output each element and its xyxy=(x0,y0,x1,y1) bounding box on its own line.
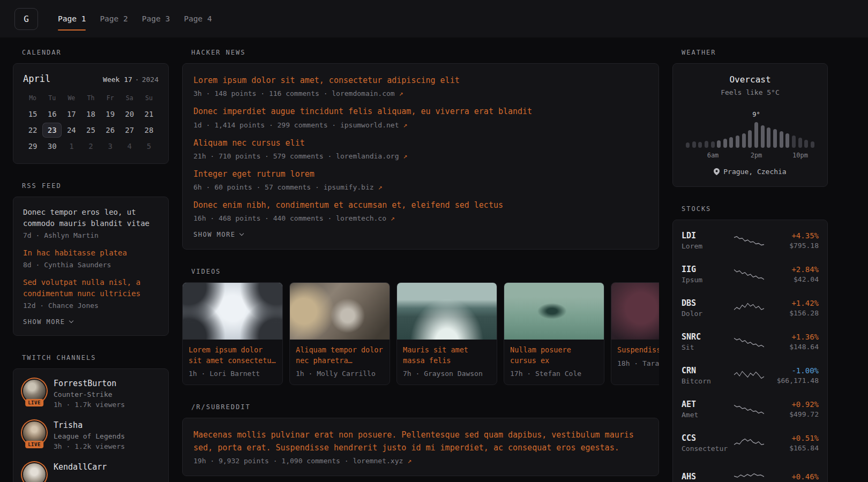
stock-row[interactable]: AETAmet+0.92%$499.72 xyxy=(682,392,819,426)
calendar-day[interactable]: 29 xyxy=(23,139,42,154)
app-logo[interactable]: G xyxy=(14,8,38,30)
calendar-day[interactable]: 30 xyxy=(42,139,62,154)
channel-info: ForrestBurtonCounter-Strike1h · 1.7k vie… xyxy=(54,379,125,409)
stock-row[interactable]: AHS+0.46% xyxy=(682,460,819,482)
video-title[interactable]: Nullam posuere cursus ex xyxy=(504,340,604,366)
weather-bar xyxy=(798,138,802,148)
calendar-day[interactable]: 18 xyxy=(81,107,100,122)
weather-bar xyxy=(785,133,789,148)
weather-bar xyxy=(692,141,696,148)
twitch-channel[interactable]: KendallCarr xyxy=(23,462,159,482)
tab-page-2[interactable]: Page 2 xyxy=(93,0,134,37)
stock-row[interactable]: CCSConsectetur+0.51%$165.84 xyxy=(682,426,819,460)
stock-value-block: +1.42%$156.28 xyxy=(769,299,819,317)
tab-page-1[interactable]: Page 1 xyxy=(51,0,93,37)
channel-name[interactable]: KendallCarr xyxy=(54,462,107,472)
stock-price: $42.04 xyxy=(769,275,819,283)
calendar-day[interactable]: 27 xyxy=(120,123,139,138)
rss-item: Donec tempor eros leo, ut commodo mauris… xyxy=(23,207,159,239)
calendar-day[interactable]: 26 xyxy=(101,123,120,138)
calendar-day[interactable]: 16 xyxy=(42,107,62,122)
stock-row[interactable]: SNRCSit+1.36%$148.64 xyxy=(682,325,819,358)
rss-item-title[interactable]: Donec tempor eros leo, ut commodo mauris… xyxy=(23,207,159,229)
calendar-day-header: Tu xyxy=(42,91,62,106)
calendar-day[interactable]: 4 xyxy=(120,139,139,154)
calendar-day[interactable]: 2 xyxy=(81,139,100,154)
calendar-day[interactable]: 24 xyxy=(62,123,81,138)
stock-value-block: +0.92%$499.72 xyxy=(769,400,819,418)
video-thumbnail[interactable] xyxy=(504,283,604,340)
calendar-month: April xyxy=(23,73,50,84)
rss-item-title[interactable]: In hac habitasse platea xyxy=(23,247,159,259)
twitch-channel[interactable]: LIVEForrestBurtonCounter-Strike1h · 1.7k… xyxy=(23,379,159,409)
calendar-day[interactable]: 19 xyxy=(101,107,120,122)
calendar-header: April Week 17·2024 xyxy=(23,73,159,84)
calendar-day[interactable]: 17 xyxy=(62,107,81,122)
weather-time-axis: 6am2pm10pm xyxy=(686,152,814,160)
calendar-day[interactable]: 25 xyxy=(81,123,100,138)
video-title[interactable]: Suspendisse diam xyxy=(611,340,659,356)
stock-value-block: -1.00%$66,171.48 xyxy=(769,366,819,385)
video-card[interactable]: Nullam posuere cursus ex17h · Stefan Col… xyxy=(504,282,604,385)
sparkline-chart xyxy=(734,233,764,248)
video-title[interactable]: Lorem ipsum dolor sit amet consectetu… xyxy=(183,340,282,366)
hn-title[interactable]: Donec enim nibh, condimentum et accumsan… xyxy=(193,199,648,212)
video-thumbnail[interactable] xyxy=(290,283,390,340)
videos-section-label: VIDEOS xyxy=(191,268,659,275)
stock-symbol-block: SNRCSit xyxy=(682,332,729,351)
calendar-day[interactable]: 21 xyxy=(139,107,159,122)
calendar-day[interactable]: 5 xyxy=(139,139,159,154)
calendar-day[interactable]: 28 xyxy=(139,123,159,138)
hn-meta: 6h · 60 points · 57 comments · ipsumify.… xyxy=(193,183,648,191)
tab-page-4[interactable]: Page 4 xyxy=(177,0,219,37)
calendar-day[interactable]: 1 xyxy=(62,139,81,154)
stock-value-block: +0.51%$165.84 xyxy=(769,434,819,452)
stock-symbol-block: AHS xyxy=(682,472,729,481)
stock-row[interactable]: LDILorem+4.35%$795.18 xyxy=(682,223,819,257)
stock-row[interactable]: DBSDolor+1.42%$156.28 xyxy=(682,291,819,325)
stock-symbol-block: IIGIpsum xyxy=(682,265,729,284)
stock-price: $165.84 xyxy=(769,444,819,452)
calendar-day[interactable]: 3 xyxy=(101,139,120,154)
subreddit-section-label: /R/SUBREDDIT xyxy=(191,403,659,411)
channel-name[interactable]: Trisha xyxy=(54,420,125,430)
stock-row[interactable]: CRNBitcorn-1.00%$66,171.48 xyxy=(682,358,819,392)
channel-name[interactable]: ForrestBurton xyxy=(54,379,125,388)
avatar-image xyxy=(23,463,46,482)
twitch-channels-widget: LIVEForrestBurtonCounter-Strike1h · 1.7k… xyxy=(13,368,169,482)
video-card[interactable]: Suspendisse diam18h · Tara xyxy=(611,282,659,385)
video-thumbnail[interactable] xyxy=(397,283,497,340)
video-card[interactable]: Aliquam tempor dolor nec pharetra…1h · M… xyxy=(289,282,390,385)
rss-item-title[interactable]: Sed volutpat nulla nisl, a condimentum n… xyxy=(23,277,159,299)
external-link-icon: ↗ xyxy=(403,121,407,129)
tab-page-3[interactable]: Page 3 xyxy=(135,0,177,37)
stock-ticker: SNRC xyxy=(682,332,729,342)
hn-show-more-button[interactable]: SHOW MORE xyxy=(193,231,648,238)
rss-feed-widget: Donec tempor eros leo, ut commodo mauris… xyxy=(13,197,169,336)
video-title[interactable]: Mauris sit amet massa felis xyxy=(397,340,497,366)
hn-title[interactable]: Aliquam nec cursus elit xyxy=(193,137,648,149)
subreddit-title[interactable]: Maecenas mollis pulvinar erat non posuer… xyxy=(193,429,648,454)
video-card[interactable]: Lorem ipsum dolor sit amet consectetu…1h… xyxy=(182,282,283,385)
hn-title[interactable]: Integer eget rutrum lorem xyxy=(193,168,648,180)
channel-info: TrishaLeague of Legends3h · 1.2k viewers xyxy=(54,420,125,450)
twitch-channel[interactable]: LIVETrishaLeague of Legends3h · 1.2k vie… xyxy=(23,420,159,450)
video-thumbnail[interactable] xyxy=(183,283,282,340)
video-card[interactable]: Mauris sit amet massa felis7h · Grayson … xyxy=(396,282,497,385)
page-tabs: Page 1Page 2Page 3Page 4 xyxy=(51,0,219,37)
video-title[interactable]: Aliquam tempor dolor nec pharetra… xyxy=(290,340,390,366)
calendar-day-selected[interactable]: 23 xyxy=(42,123,62,138)
rss-show-more-button[interactable]: SHOW MORE xyxy=(23,318,159,326)
chevron-down-icon xyxy=(239,231,243,236)
calendar-day[interactable]: 22 xyxy=(23,123,42,138)
calendar-day[interactable]: 15 xyxy=(23,107,42,122)
video-thumbnail[interactable] xyxy=(611,283,659,340)
hn-title[interactable]: Donec imperdiet augue tincidunt felis al… xyxy=(193,106,648,118)
calendar-day-header: Fr xyxy=(101,91,120,106)
stock-row[interactable]: IIGIpsum+2.84%$42.04 xyxy=(682,257,819,291)
weather-hourly-chart: 9° xyxy=(686,103,814,148)
calendar-day[interactable]: 20 xyxy=(120,107,139,122)
weather-time-label: 2pm xyxy=(751,152,762,159)
live-badge: LIVE xyxy=(25,399,43,406)
hn-title[interactable]: Lorem ipsum dolor sit amet, consectetur … xyxy=(193,74,648,87)
